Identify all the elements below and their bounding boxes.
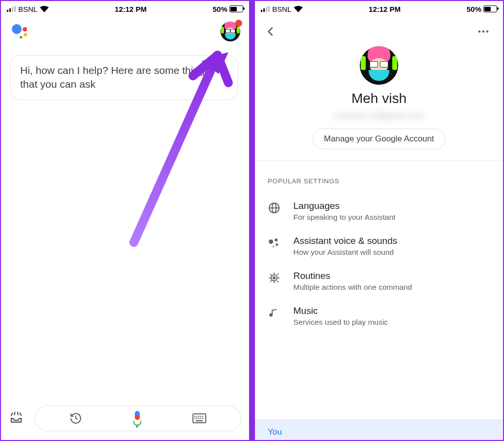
svg-rect-19 [268, 6, 270, 12]
battery-icon [483, 5, 497, 12]
routines-icon [268, 271, 281, 284]
back-button[interactable] [260, 21, 282, 42]
music-note-icon [268, 306, 281, 319]
setting-title: Routines [293, 271, 412, 281]
profile-section: Meh vish redacted-23@gmail.com Manage yo… [255, 44, 503, 161]
input-pill [34, 406, 241, 431]
profile-email-redacted: redacted-23@gmail.com [255, 111, 503, 120]
battery-pct-label: 50% [213, 5, 227, 13]
tab-you[interactable]: You [268, 427, 282, 437]
screen-assistant-home: BSNL 12:12 PM 50% Hi, how can I help? He… [0, 0, 250, 441]
setting-subtitle: Services used to play music [293, 318, 388, 327]
screen-assistant-settings: BSNL 12:12 PM 50% Meh vish redacted-23@g… [254, 0, 504, 441]
setting-subtitle: Multiple actions with one command [293, 283, 412, 292]
setting-title: Music [293, 305, 388, 316]
svg-rect-1 [9, 8, 11, 12]
clock-label: 12:12 PM [369, 5, 401, 13]
section-label: POPULAR SETTINGS [255, 161, 503, 194]
svg-rect-16 [261, 10, 262, 12]
svg-point-20 [478, 31, 481, 33]
keyboard-icon[interactable] [192, 413, 206, 423]
globe-icon [268, 202, 281, 214]
setting-title: Languages [293, 201, 396, 211]
setting-title: Assistant voice & sounds [293, 236, 397, 246]
battery-pct-label: 50% [467, 5, 481, 13]
svg-point-22 [486, 31, 489, 33]
carrier-label: BSNL [18, 5, 37, 13]
svg-rect-2 [12, 7, 13, 12]
svg-point-21 [482, 31, 485, 33]
avatar-icon [360, 46, 398, 85]
more-button[interactable] [472, 21, 494, 42]
svg-rect-17 [263, 8, 265, 12]
svg-rect-18 [266, 7, 267, 12]
updates-icon[interactable] [9, 410, 25, 426]
setting-subtitle: How your Assistant will sound [293, 248, 397, 257]
profile-avatar-button[interactable] [220, 22, 240, 41]
setting-languages[interactable]: Languages For speaking to your Assistant [255, 194, 503, 229]
assistant-logo-icon [12, 23, 29, 40]
setting-voice[interactable]: Assistant voice & sounds How your Assist… [255, 229, 503, 264]
status-bar: BSNL 12:12 PM 50% [1, 1, 249, 17]
app-header [1, 17, 249, 46]
setting-routines[interactable]: Routines Multiple actions with one comma… [255, 264, 503, 299]
setting-subtitle: For speaking to your Assistant [293, 213, 396, 222]
svg-point-27 [273, 277, 275, 279]
battery-icon [229, 5, 243, 12]
assistant-greeting-bubble: Hi, how can I help? Here are some things… [10, 55, 238, 100]
profile-name: Meh vish [255, 91, 503, 106]
bottom-tab-strip: You [255, 419, 503, 440]
svg-rect-0 [7, 10, 8, 12]
clock-label: 12:12 PM [115, 5, 147, 13]
manage-account-button[interactable]: Manage your Google Account [313, 129, 445, 149]
setting-music[interactable]: Music Services used to play music [255, 299, 503, 334]
notification-dot-icon [235, 20, 242, 27]
history-icon[interactable] [69, 412, 82, 425]
signal-icon [261, 6, 270, 12]
bottom-toolbar [1, 401, 249, 440]
signal-icon [7, 6, 16, 12]
assistant-dots-icon [268, 237, 281, 249]
mic-button[interactable] [132, 411, 143, 426]
wifi-icon [294, 6, 303, 12]
status-bar: BSNL 12:12 PM 50% [255, 1, 503, 17]
svg-rect-3 [14, 6, 16, 12]
wifi-icon [40, 6, 49, 12]
carrier-label: BSNL [272, 5, 291, 13]
